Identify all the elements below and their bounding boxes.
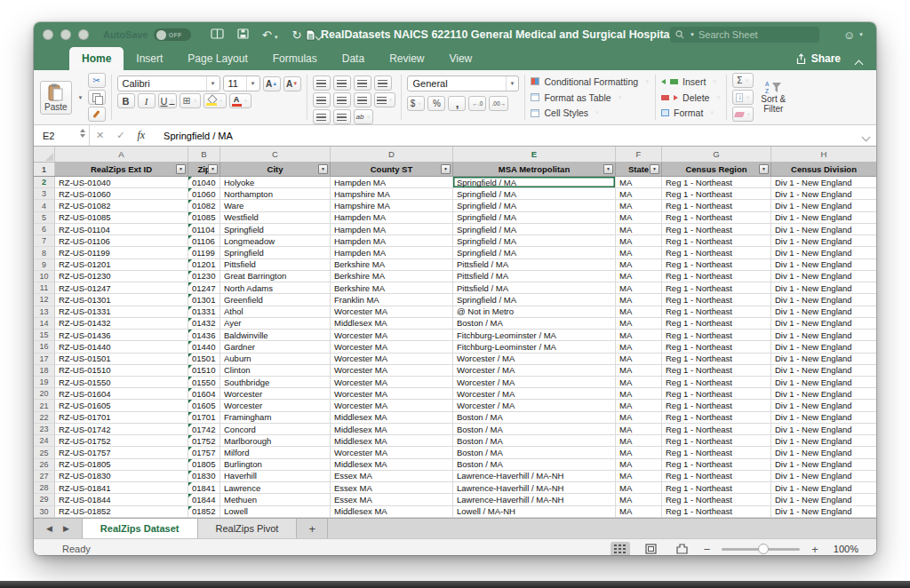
row-number[interactable]: 3 bbox=[34, 188, 55, 199]
cell[interactable]: MA bbox=[616, 188, 662, 199]
cell[interactable]: Springfield / MA bbox=[453, 294, 616, 305]
align-right-button[interactable] bbox=[354, 92, 371, 107]
cell[interactable]: RZ-US-01510 bbox=[55, 365, 188, 376]
filter-header-state[interactable]: State▼ bbox=[616, 163, 662, 176]
increase-decimal-button[interactable]: ←.0 bbox=[468, 96, 486, 111]
cell[interactable]: RZ-US-01301 bbox=[55, 294, 188, 305]
cell[interactable]: Middlesex MA bbox=[331, 506, 453, 517]
cell[interactable]: RZ-US-01550 bbox=[55, 377, 188, 387]
column-header-g[interactable]: G bbox=[662, 147, 771, 162]
cell[interactable]: Westfield bbox=[220, 212, 331, 223]
cell[interactable]: RZ-US-01604 bbox=[55, 388, 188, 399]
row-number[interactable]: 13 bbox=[34, 306, 55, 317]
cell[interactable]: Worcester MA bbox=[331, 330, 453, 340]
add-sheet-button[interactable]: + bbox=[297, 519, 328, 538]
cell[interactable]: Athol bbox=[220, 306, 331, 317]
filter-header-city[interactable]: City▼ bbox=[220, 163, 331, 176]
cell[interactable]: 01301 bbox=[188, 294, 220, 305]
align-middle-button[interactable] bbox=[333, 75, 351, 91]
cell[interactable]: Reg 1 - Northeast bbox=[662, 482, 771, 493]
cell[interactable]: 01230 bbox=[188, 271, 220, 282]
filter-header-county-st[interactable]: County ST▼ bbox=[331, 163, 453, 176]
row-number[interactable]: 26 bbox=[34, 459, 55, 470]
cell[interactable]: Springfield / MA bbox=[453, 247, 616, 258]
search-sheet-field[interactable]: ▼ Search Sheet bbox=[670, 27, 819, 43]
cell[interactable]: Burlington bbox=[220, 459, 331, 470]
cell[interactable]: Pittsfield / MA bbox=[453, 271, 616, 282]
cell[interactable]: RZ-US-01085 bbox=[55, 212, 188, 223]
share-button[interactable]: Share bbox=[795, 47, 841, 70]
previous-sheet-button[interactable]: ◀ bbox=[46, 524, 52, 533]
row-number[interactable]: 9 bbox=[34, 259, 55, 270]
cell[interactable]: RZ-US-01432 bbox=[55, 318, 188, 329]
decrease-indent-button[interactable] bbox=[313, 109, 331, 124]
row-number[interactable]: 27 bbox=[34, 471, 55, 481]
cell[interactable]: MA bbox=[616, 294, 662, 305]
feedback-smiley-button[interactable]: ☺ ▼ bbox=[843, 28, 864, 42]
cell[interactable]: Div 1 - New England bbox=[771, 212, 876, 223]
font-color-button[interactable]: A▼ bbox=[229, 93, 251, 108]
cell[interactable]: Div 1 - New England bbox=[771, 494, 876, 505]
align-top-button[interactable] bbox=[313, 75, 331, 91]
row-number[interactable]: 25 bbox=[34, 447, 55, 457]
row-number[interactable]: 24 bbox=[34, 435, 55, 446]
tab-formulas[interactable]: Formulas bbox=[260, 47, 330, 70]
cell[interactable]: Worcester MA bbox=[331, 306, 453, 317]
cell[interactable]: Hampden MA bbox=[331, 247, 453, 258]
next-sheet-button[interactable]: ▶ bbox=[63, 524, 69, 533]
row-number[interactable]: 30 bbox=[34, 506, 55, 517]
cell[interactable]: MA bbox=[616, 318, 662, 329]
cell[interactable]: Reg 1 - Northeast bbox=[662, 294, 771, 305]
cell[interactable]: Reg 1 - Northeast bbox=[662, 447, 771, 457]
cell[interactable]: RZ-US-01440 bbox=[55, 341, 188, 352]
cell[interactable]: 01247 bbox=[188, 282, 220, 293]
row-number[interactable]: 22 bbox=[34, 412, 55, 423]
cell[interactable]: RZ-US-01852 bbox=[55, 506, 188, 517]
cell[interactable]: Worcester / MA bbox=[453, 388, 616, 399]
cell[interactable]: Div 1 - New England bbox=[771, 447, 876, 457]
cell[interactable]: North Adams bbox=[220, 282, 331, 293]
undo-button[interactable]: ↶▼ bbox=[262, 27, 279, 43]
cell[interactable]: Worcester MA bbox=[331, 341, 453, 352]
cell[interactable]: Div 1 - New England bbox=[771, 282, 876, 293]
filter-dropdown-button[interactable]: ▼ bbox=[603, 164, 613, 174]
underline-button[interactable]: U▼ bbox=[158, 93, 178, 108]
cell[interactable]: Hampshire MA bbox=[331, 200, 453, 211]
expand-formula-bar-button[interactable] bbox=[863, 128, 869, 144]
delete-cells-button[interactable]: Delete▼ bbox=[661, 90, 721, 106]
cell[interactable]: Lawrence-Haverhill / MA-NH bbox=[453, 482, 616, 493]
row-number[interactable]: 16 bbox=[34, 341, 55, 352]
filter-dropdown-button[interactable]: ▼ bbox=[650, 164, 659, 174]
cell[interactable]: @ Not in Metro bbox=[453, 306, 616, 317]
cell[interactable]: 01201 bbox=[188, 259, 220, 270]
cell[interactable]: Lowell bbox=[220, 506, 331, 517]
row-number[interactable]: 19 bbox=[34, 377, 55, 387]
cell[interactable]: Holyoke bbox=[220, 177, 331, 187]
tab-review[interactable]: Review bbox=[377, 47, 436, 70]
cell[interactable]: RZ-US-01757 bbox=[55, 447, 188, 457]
filter-header-realzips-ext-id[interactable]: RealZips Ext ID▼ bbox=[55, 163, 188, 176]
cell[interactable]: MA bbox=[616, 247, 662, 258]
cell[interactable]: RZ-US-01752 bbox=[55, 435, 188, 446]
cell[interactable]: Worcester MA bbox=[331, 400, 453, 410]
cell[interactable]: Boston / MA bbox=[453, 412, 616, 423]
cell[interactable]: Reg 1 - Northeast bbox=[662, 435, 771, 446]
sort-filter-button[interactable]: AZ Sort & Filter bbox=[757, 80, 789, 115]
cell[interactable]: 01757 bbox=[188, 447, 220, 457]
cell[interactable]: Div 1 - New England bbox=[771, 459, 876, 470]
orientation-button[interactable]: ab▼ bbox=[354, 109, 374, 124]
cell[interactable]: RZ-US-01605 bbox=[55, 400, 188, 410]
cell[interactable]: MA bbox=[616, 494, 662, 505]
zoom-in-button[interactable]: + bbox=[811, 543, 818, 556]
cell[interactable]: Reg 1 - Northeast bbox=[662, 365, 771, 376]
fill-button[interactable]: ↓▼ bbox=[732, 90, 754, 105]
align-bottom-button[interactable] bbox=[354, 75, 371, 91]
format-painter-button[interactable] bbox=[88, 107, 106, 122]
cell[interactable]: 01805 bbox=[188, 459, 220, 470]
filter-dropdown-button[interactable]: ▼ bbox=[441, 164, 451, 174]
cell[interactable]: Div 1 - New England bbox=[771, 247, 876, 258]
name-box[interactable]: E2 bbox=[34, 125, 89, 146]
row-number[interactable]: 17 bbox=[34, 354, 55, 364]
cell[interactable]: RZ-US-01199 bbox=[55, 247, 188, 258]
merge-center-button[interactable]: ▼ bbox=[374, 92, 396, 107]
